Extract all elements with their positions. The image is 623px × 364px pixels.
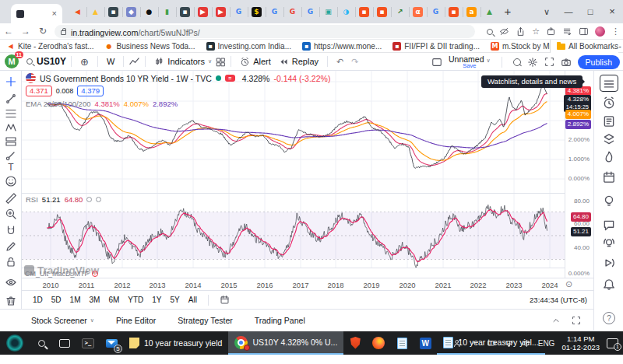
user-avatar[interactable]: M11 <box>5 54 19 68</box>
macd-indicator-legend[interactable]: CM_Ult_MacD_MTF ! <box>25 270 98 278</box>
pinned-tab[interactable]: ◀ <box>69 0 86 23</box>
lock-all-drawings-icon[interactable] <box>5 256 17 268</box>
go-to-recent-icon[interactable]: ⊙ <box>565 279 572 289</box>
range-button[interactable]: 6M <box>108 296 119 304</box>
clock-tray[interactable]: 1:14 PM 01-12-2023 <box>561 334 600 352</box>
pinned-tab[interactable]: ◑ <box>337 0 355 23</box>
help-button[interactable]: ? <box>603 312 615 324</box>
action-center-icon[interactable]: 1 <box>607 338 618 348</box>
compare-icon[interactable]: ⊕ <box>76 56 93 68</box>
chat-icon[interactable] <box>602 219 616 233</box>
tab-close-icon[interactable]: × <box>52 9 57 18</box>
object-tree-icon[interactable] <box>602 132 616 146</box>
price-scale[interactable]: 4.381%4.328%14:15:254.007%2.892%2.000%1.… <box>565 71 593 278</box>
pinned-tab[interactable]: G <box>301 0 319 23</box>
pinned-tab[interactable]: ▪ <box>445 0 463 23</box>
calendar-icon[interactable] <box>602 170 616 184</box>
bottom-tab[interactable]: Trading Panel <box>255 316 305 325</box>
ema-legend[interactable]: EMA 20/50/100/200 4.381%4.007%2.892% <box>26 100 330 108</box>
forward-icon[interactable]: → <box>17 26 34 37</box>
reload-icon[interactable]: ↻ <box>34 26 51 37</box>
magnet-icon[interactable] <box>5 225 17 237</box>
bookmark-star-icon[interactable]: ☆ <box>532 26 540 37</box>
tablet-mode-icon[interactable] <box>486 338 497 348</box>
chart-type-icon[interactable] <box>128 56 140 68</box>
pinned-tab[interactable]: ▶ <box>212 0 230 23</box>
maximize-button[interactable]: □ <box>579 0 601 23</box>
trend-line-icon[interactable] <box>5 93 17 105</box>
news-icon[interactable] <box>602 114 616 128</box>
panel-maximize-icon[interactable] <box>572 316 581 325</box>
range-button[interactable]: 1D <box>33 296 43 304</box>
indicators-button[interactable]: Indicators ∨ <box>150 57 216 67</box>
notifications-bell-icon[interactable] <box>602 278 616 292</box>
pinned-tab[interactable]: ▪ <box>373 0 391 23</box>
share-icon[interactable] <box>516 26 526 37</box>
pinned-tab[interactable]: G <box>266 0 283 23</box>
pinned-tab[interactable]: α <box>409 0 427 23</box>
fib-retracement-icon[interactable] <box>5 107 17 120</box>
hotlists-icon[interactable] <box>602 150 616 164</box>
pinned-tab[interactable]: ↗ <box>391 0 409 23</box>
bottom-tab[interactable]: Stock Screener∨ <box>31 316 94 325</box>
rsi-pane[interactable] <box>22 193 565 268</box>
bookmark-item[interactable]: ▪https://www.mone... <box>302 42 382 51</box>
address-bar[interactable]: in.tradingview.com/chart/5wuNJfPs/ <box>55 25 475 38</box>
browser-menu-icon[interactable]: ⋮ <box>611 26 620 37</box>
publish-button[interactable]: Publish <box>578 55 620 69</box>
word-app-button[interactable]: W <box>414 331 437 355</box>
watchlist-icon[interactable] <box>602 77 616 91</box>
text-tool-icon[interactable]: T <box>5 162 17 174</box>
range-button[interactable]: All <box>188 296 197 304</box>
range-button[interactable]: 1M <box>70 296 81 304</box>
pinned-tab[interactable]: $ <box>248 0 266 23</box>
zoom-icon[interactable] <box>487 29 493 35</box>
layout-name-button[interactable]: Unnamed ∨ Save <box>449 55 491 69</box>
reading-list-icon[interactable] <box>562 26 572 37</box>
pinned-tab[interactable]: ▶ <box>194 0 212 23</box>
bottom-tab[interactable]: Pine Editor <box>116 316 156 325</box>
interval-button[interactable]: W <box>103 57 118 66</box>
layout-icon[interactable] <box>431 57 442 68</box>
minimize-button[interactable]: — <box>558 0 579 23</box>
bookmark-item[interactable]: ◀Kite - Zerodha's fast... <box>6 42 94 51</box>
fullscreen-icon[interactable] <box>544 57 554 67</box>
go-to-date-icon[interactable] <box>220 295 230 305</box>
brave-app-button[interactable] <box>343 331 367 355</box>
undo-icon[interactable]: ↶ <box>333 57 347 67</box>
symbol-title[interactable]: US Government Bonds 10 YR Yield - 1W - T… <box>40 74 212 83</box>
session-clock[interactable]: 23:44:34 (UTC-8) <box>530 296 587 304</box>
notepad-app-button[interactable] <box>390 331 414 355</box>
xabcd-pattern-icon[interactable] <box>5 121 17 134</box>
panel-collapse-icon[interactable] <box>551 316 561 325</box>
pinned-tab[interactable]: G <box>230 0 248 23</box>
note-window-task[interactable]: 10 year treasury yield <box>123 331 228 355</box>
camera-icon[interactable] <box>561 57 572 68</box>
language-indicator[interactable]: ENG <box>538 339 555 348</box>
bookmark-item[interactable]: ▪Investing.com India... <box>206 42 292 51</box>
range-button[interactable]: YTD <box>128 296 143 304</box>
crosshair-icon[interactable] <box>5 75 17 88</box>
extensions-icon[interactable] <box>546 26 556 37</box>
bookmark-item[interactable]: ▪FII/FPI & DII trading... <box>392 42 480 51</box>
pinned-tab[interactable]: ● <box>140 0 158 23</box>
firefox-app-button[interactable] <box>367 331 390 355</box>
alert-button[interactable]: Alert <box>236 57 275 67</box>
long-position-icon[interactable] <box>5 135 17 148</box>
eye-off-icon[interactable] <box>499 26 509 37</box>
task-view-button[interactable] <box>53 331 76 355</box>
settings-gear-icon[interactable] <box>527 57 538 68</box>
range-button[interactable]: 1Y <box>152 296 161 304</box>
show-hidden-icons[interactable] <box>470 338 479 348</box>
pane-separator[interactable] <box>22 193 565 194</box>
redo-icon[interactable]: ↷ <box>347 57 362 67</box>
gear-icon[interactable] <box>96 197 101 202</box>
pinned-tab[interactable]: G <box>283 0 301 23</box>
symbol-search-button[interactable]: US10Y <box>26 56 66 67</box>
time-axis[interactable]: 2010201120122013201420152016201720182019… <box>22 278 593 290</box>
all-bookmarks-button[interactable]: All Bookmarks <box>550 40 618 53</box>
alerts-icon[interactable] <box>602 96 616 110</box>
stay-in-drawing-mode-icon[interactable] <box>5 240 17 253</box>
save-label[interactable]: Save <box>463 63 476 69</box>
close-button[interactable]: × <box>601 0 623 23</box>
